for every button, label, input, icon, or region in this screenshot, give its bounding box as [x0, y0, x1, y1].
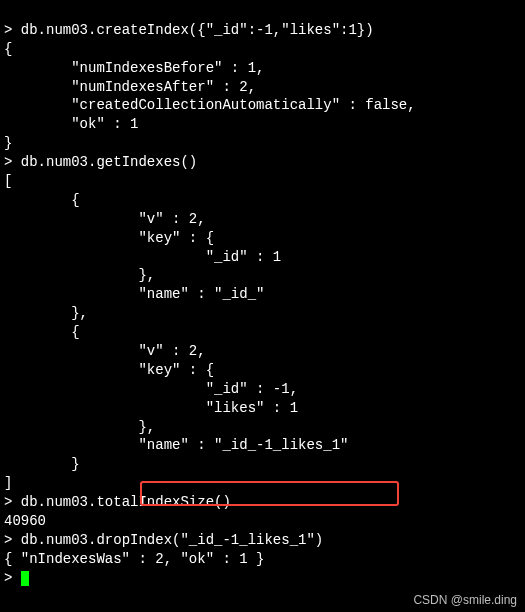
output-line: "likes" : 1 — [4, 400, 298, 416]
output-line: } — [4, 456, 80, 472]
output-line: { — [4, 192, 80, 208]
output-line: { — [4, 41, 12, 57]
output-line: "_id" : 1 — [4, 249, 281, 265]
output-line: }, — [4, 305, 88, 321]
command-totalindexsize: db.num03.totalIndexSize() — [21, 494, 231, 510]
cursor-icon — [21, 571, 29, 586]
output-line: { "nIndexesWas" : 2, "ok" : 1 } — [4, 551, 264, 567]
output-line: "numIndexesBefore" : 1, — [4, 60, 264, 76]
output-line: "numIndexesAfter" : 2, — [4, 79, 256, 95]
watermark-text: CSDN @smile.ding — [413, 592, 517, 608]
command-getindexes: db.num03.getIndexes() — [21, 154, 197, 170]
output-line: "ok" : 1 — [4, 116, 138, 132]
output-line-highlighted: "name" : "_id_-1_likes_1" — [4, 437, 348, 453]
output-line: "key" : { — [4, 362, 214, 378]
prompt: > — [4, 532, 21, 548]
output-line: }, — [4, 267, 155, 283]
output-line: "createdCollectionAutomatically" : false… — [4, 97, 416, 113]
output-line: "v" : 2, — [4, 343, 206, 359]
output-line: "name" : "_id_" — [4, 286, 264, 302]
output-line: "v" : 2, — [4, 211, 206, 227]
command-dropindex: db.num03.dropIndex("_id_-1_likes_1") — [21, 532, 323, 548]
prompt: > — [4, 494, 21, 510]
output-line: "_id" : -1, — [4, 381, 298, 397]
output-line: } — [4, 135, 12, 151]
terminal-output[interactable]: > db.num03.createIndex({"_id":-1,"likes"… — [0, 0, 525, 590]
prompt: > — [4, 570, 21, 586]
command-createindex: db.num03.createIndex({"_id":-1,"likes":1… — [21, 22, 374, 38]
output-line: }, — [4, 419, 155, 435]
output-line: [ — [4, 173, 12, 189]
output-line: "key" : { — [4, 230, 214, 246]
output-line: { — [4, 324, 80, 340]
prompt: > — [4, 22, 21, 38]
prompt: > — [4, 154, 21, 170]
output-line: 40960 — [4, 513, 46, 529]
output-line: ] — [4, 475, 12, 491]
